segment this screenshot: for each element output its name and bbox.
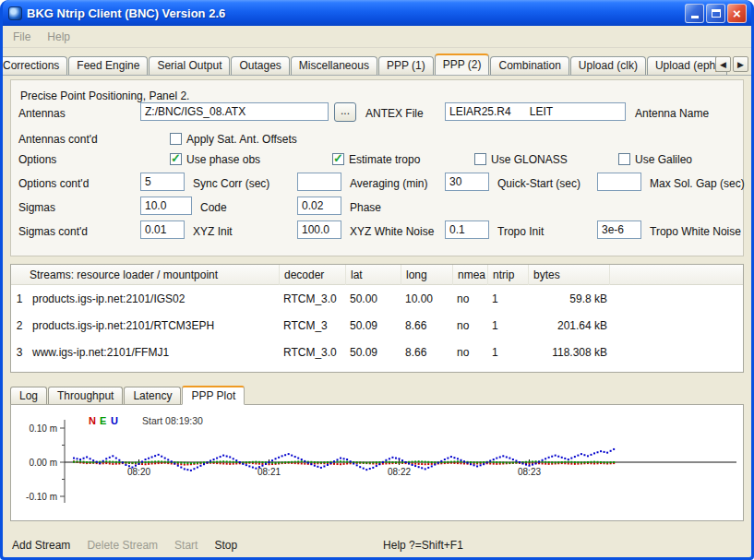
xyz-white-noise-label: XYZ White Noise [350, 223, 434, 240]
minimize-button[interactable] [685, 4, 704, 23]
add-stream-button[interactable]: Add Stream [12, 539, 70, 552]
menubar: File Help [3, 26, 751, 48]
use-galileo-checkbox[interactable] [618, 153, 630, 165]
ntrip-cell: 1 [487, 292, 528, 305]
maximize-button[interactable] [706, 4, 725, 23]
app-icon [8, 6, 22, 20]
help-hint: Help ?=Shift+F1 [383, 539, 463, 552]
decoder-cell: RTCM_3.0 [279, 292, 345, 305]
tab-ppp-1[interactable]: PPP (1) [378, 56, 434, 75]
averaging-input[interactable] [297, 173, 341, 191]
sigma-code-input[interactable] [140, 197, 192, 215]
long-cell: 10.00 [401, 292, 452, 305]
estimate-tropo-label: Estimate tropo [349, 151, 420, 168]
maximize-icon [712, 9, 721, 18]
tropo-init-label: Tropo Init [497, 223, 544, 240]
tropo-white-noise-input[interactable] [597, 220, 641, 239]
menu-file[interactable]: File [5, 28, 39, 46]
tropo-init-input[interactable] [445, 220, 489, 239]
close-button[interactable]: × [727, 4, 747, 23]
col-nmea: nmea [452, 265, 487, 285]
use-glonass-checkbox[interactable] [474, 153, 486, 165]
antex-browse-button[interactable]: ... [334, 102, 356, 122]
svg-text:-0.10 m: -0.10 m [26, 492, 57, 502]
tab-scroll-left-button[interactable]: ◀ [715, 56, 731, 72]
tab-log[interactable]: Log [10, 387, 47, 404]
quick-start-label: Quick-Start (sec) [497, 175, 580, 192]
tab-upload-clk[interactable]: Upload (clk) [570, 56, 646, 75]
tab-serial-output[interactable]: Serial Output [149, 56, 230, 75]
mountpoint-cell: products.igs-ip.net:2101/RTCM3EPH [28, 319, 279, 332]
decoder-cell: RTCM_3 [279, 319, 345, 332]
xyz-init-input[interactable] [140, 220, 185, 239]
svg-text:08:21: 08:21 [257, 467, 281, 477]
antex-file-input[interactable] [140, 102, 329, 121]
row-number: 2 [11, 319, 28, 332]
tab-corrections[interactable]: Corrections [3, 56, 67, 75]
ntrip-cell: 1 [487, 346, 528, 359]
decoder-cell: RTCM_3.0 [279, 346, 345, 359]
xyz-white-noise-input[interactable] [297, 220, 341, 239]
row-number: 1 [11, 292, 28, 305]
tab-feed-engine[interactable]: Feed Engine [68, 56, 148, 75]
svg-text:0.10 m: 0.10 m [29, 423, 57, 434]
lat-cell: 50.09 [345, 346, 401, 359]
quick-start-input[interactable] [445, 173, 489, 191]
tab-combination[interactable]: Combination [490, 56, 568, 75]
svg-text:E: E [100, 415, 106, 426]
sigma-code-label: Code [200, 199, 227, 216]
bytes-cell: 59.8 kB [528, 292, 609, 305]
sigmas-contd-label: Sigmas cont'd [18, 223, 88, 240]
tab-latency[interactable]: Latency [124, 387, 181, 404]
svg-text:08:23: 08:23 [518, 467, 541, 477]
bottom-tab-bar: Log Throughput Latency PPP Plot [10, 385, 744, 404]
sync-corr-input[interactable] [140, 173, 185, 191]
close-icon: × [733, 6, 741, 20]
svg-text:0.00 m: 0.00 m [29, 458, 57, 468]
antenna-name-label: Antenna Name [635, 105, 709, 122]
col-long: long [401, 265, 452, 285]
use-phase-obs-label: Use phase obs [186, 151, 260, 168]
stream-row[interactable]: 2 products.igs-ip.net:2101/RTCM3EPH RTCM… [11, 312, 743, 339]
arrow-left-icon: ◀ [720, 60, 726, 69]
max-sol-gap-input[interactable] [597, 173, 641, 191]
menu-help[interactable]: Help [39, 28, 78, 46]
window-body: File Help Corrections Feed Engine Serial… [3, 26, 751, 557]
sigmas-label: Sigmas [18, 199, 55, 216]
tab-ppp-plot[interactable]: PPP Plot [182, 386, 245, 405]
bytes-cell: 201.64 kB [528, 319, 609, 332]
apply-sat-ant-offsets-label: Apply Sat. Ant. Offsets [186, 131, 297, 148]
use-phase-obs-checkbox[interactable] [170, 153, 182, 165]
titlebar[interactable]: BKG Ntrip Client (BNC) Version 2.6 × [3, 0, 751, 26]
stream-row[interactable]: 1 products.igs-ip.net:2101/IGS02 RTCM_3.… [11, 285, 743, 312]
tab-miscellaneous[interactable]: Miscellaneous [291, 56, 377, 75]
delete-stream-button[interactable]: Delete Stream [87, 539, 158, 552]
antenna-name-input[interactable] [445, 102, 626, 121]
svg-text:Start 08:19:30: Start 08:19:30 [142, 415, 203, 426]
svg-text:08:22: 08:22 [388, 467, 411, 477]
start-button[interactable]: Start [174, 539, 197, 552]
tab-throughput[interactable]: Throughput [48, 387, 123, 404]
nmea-cell: no [452, 319, 487, 332]
stop-button[interactable]: Stop [214, 539, 237, 552]
app-window: BKG Ntrip Client (BNC) Version 2.6 × Fil… [0, 0, 754, 560]
estimate-tropo-checkbox[interactable] [332, 153, 344, 165]
svg-text:U: U [111, 415, 118, 426]
lat-cell: 50.00 [345, 292, 401, 305]
tab-ppp-2[interactable]: PPP (2) [435, 54, 490, 76]
sigma-phase-input[interactable] [297, 197, 341, 215]
sigma-phase-label: Phase [350, 199, 381, 216]
tropo-white-noise-label: Tropo White Noise [650, 223, 741, 240]
streams-table: Streams: resource loader / mountpoint de… [10, 264, 744, 373]
tab-outages[interactable]: Outages [231, 56, 289, 75]
stream-row[interactable]: 3 www.igs-ip.net:2101/FFMJ1 RTCM_3.0 50.… [11, 339, 743, 365]
arrow-right-icon: ▶ [737, 60, 744, 69]
col-lat: lat [345, 265, 401, 285]
averaging-label: Averaging (min) [350, 175, 427, 192]
tab-scroll-right-button[interactable]: ▶ [733, 56, 748, 72]
tab-bar: Corrections Feed Engine Serial Output Ou… [3, 53, 751, 76]
bytes-cell: 118.308 kB [528, 346, 609, 359]
window-title: BKG Ntrip Client (BNC) Version 2.6 [27, 6, 685, 20]
apply-sat-ant-offsets-checkbox[interactable] [170, 133, 182, 145]
ppp2-panel: Precise Point Positioning, Panel 2. Ante… [10, 79, 744, 256]
